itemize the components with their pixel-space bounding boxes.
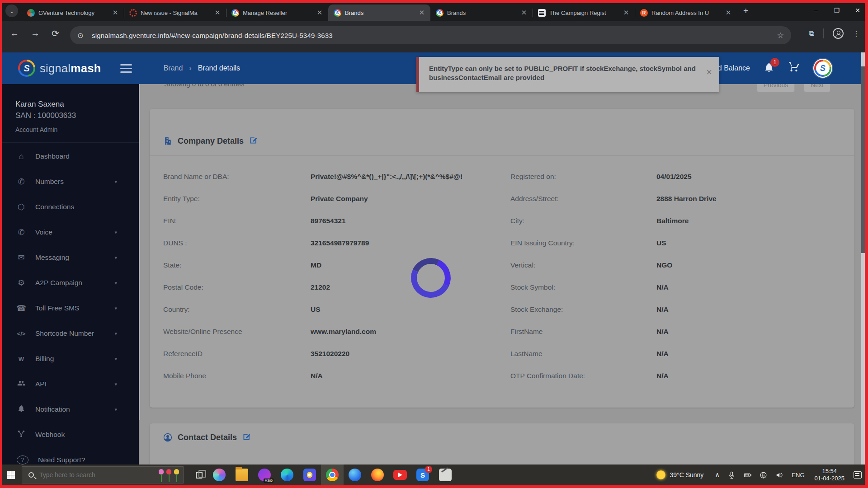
cart-icon[interactable]	[788, 61, 800, 75]
field-label: Country:	[163, 305, 311, 314]
breadcrumb-current: Brand details	[198, 64, 240, 72]
search-highlights-tulips-icon[interactable]	[158, 467, 179, 483]
tab-title: Brands	[447, 9, 516, 16]
tab-title: The Campaign Regist	[549, 9, 618, 16]
sidebar-item-webhook[interactable]: Webhook	[2, 422, 139, 447]
taskbar: M365 1 39°C Sunny ∧ ENG 15:54 01-04-2025	[0, 465, 868, 485]
tab-close-icon[interactable]: ✕	[316, 9, 324, 17]
taskbar-whiteboard-icon[interactable]	[434, 465, 457, 485]
sidebar-toggle-icon[interactable]	[120, 62, 132, 75]
taskbar-edge-icon[interactable]	[276, 465, 298, 485]
bookmark-star-icon[interactable]: ☆	[777, 31, 784, 40]
sidebar-item-toll-free-sms[interactable]: ☎ Toll Free SMS ▾	[2, 296, 139, 321]
notification-center-icon[interactable]	[850, 471, 868, 479]
taskbar-copilot-icon[interactable]	[208, 465, 231, 485]
sidebar-item-dashboard[interactable]: ⌂ Dashboard	[2, 144, 139, 169]
back-button[interactable]: ←	[10, 28, 19, 38]
sidebar-item-messaging[interactable]: ✉ Messaging ▾	[2, 245, 139, 270]
browser-menu-icon[interactable]: ⋮	[853, 29, 860, 38]
taskbar-loop-icon[interactable]	[344, 465, 366, 485]
page-scrollbar[interactable]	[861, 52, 865, 465]
maximize-button[interactable]: ❐	[826, 0, 847, 21]
browser-tab[interactable]: GVenture Technology ✕	[22, 5, 124, 21]
address-bar[interactable]: signalmash.gventure.info/#/new-campaign/…	[70, 26, 791, 44]
browser-tab[interactable]: The Campaign Regist ✕	[533, 5, 635, 21]
edit-contact-icon[interactable]	[242, 432, 251, 443]
weather-widget[interactable]: 39°C Sunny	[649, 470, 711, 479]
field-value: US	[656, 239, 837, 247]
next-button[interactable]: Next	[804, 84, 830, 92]
field-label: Registered on:	[510, 173, 656, 181]
tab-close-icon[interactable]: ✕	[213, 9, 222, 17]
sidebar-item-connections[interactable]: ⬡ Connections	[2, 194, 139, 220]
pagination: Previous Next	[757, 84, 830, 92]
main-content: Showing 0 to 0 of 0 entries Previous Nex…	[139, 84, 861, 465]
close-button[interactable]: ✕	[847, 0, 868, 21]
field-label: EIN Issuing Country:	[510, 239, 656, 247]
extensions-icon[interactable]: ⧉	[809, 29, 814, 38]
tab-close-icon[interactable]: ✕	[724, 9, 732, 17]
company-details-card: Company Details Brand Name or DBA: Priva…	[150, 109, 854, 408]
edit-company-icon[interactable]	[249, 136, 258, 147]
network-icon[interactable]	[755, 471, 771, 479]
reload-button[interactable]: ⟳	[52, 28, 59, 39]
taskbar-chrome-icon[interactable]	[321, 465, 344, 485]
taskbar-photos-icon[interactable]	[298, 465, 321, 485]
sidebar-item-api[interactable]: API ▾	[2, 371, 139, 397]
scrollbar-thumb[interactable]	[861, 66, 865, 253]
sidebar-item-voice[interactable]: ✆ Voice ▾	[2, 220, 139, 245]
billing-icon: W	[15, 356, 27, 362]
chevron-down-icon: ▾	[114, 356, 117, 362]
account-avatar[interactable]	[813, 59, 832, 78]
field-value: 04/01/2025	[656, 173, 837, 181]
sidebar-item-need-support[interactable]: ? Need Support?	[2, 447, 139, 465]
battery-icon[interactable]	[740, 471, 755, 479]
tab-close-icon[interactable]: ✕	[418, 9, 426, 17]
sidebar-item-notification[interactable]: Notification ▾	[2, 397, 139, 422]
toast-close-icon[interactable]: ×	[706, 68, 712, 77]
field-label: OTP Confirmation Date:	[510, 372, 656, 380]
browser-tab[interactable]: New issue - SignalMa ✕	[124, 5, 226, 21]
start-button[interactable]	[0, 465, 22, 485]
taskbar-firefox-icon[interactable]	[366, 465, 389, 485]
signalmash-favicon	[334, 9, 341, 17]
minimize-button[interactable]: –	[806, 0, 826, 21]
sidebar-item-numbers[interactable]: ✆ Numbers ▾	[2, 169, 139, 194]
signalmash-logo[interactable]: signalmash	[18, 60, 101, 77]
taskbar-search[interactable]	[22, 466, 184, 483]
browser-tab[interactable]: Manage Reseller ✕	[226, 5, 328, 21]
language-indicator[interactable]: ENG	[787, 472, 809, 479]
field-value: 321654987979789	[311, 239, 510, 247]
sidebar-item-billing[interactable]: W Billing ▾	[2, 346, 139, 371]
tab-close-icon[interactable]: ✕	[622, 9, 630, 17]
task-view-button[interactable]	[190, 465, 208, 485]
browser-profile-icon[interactable]	[833, 28, 844, 39]
taskbar-youtube-icon[interactable]	[389, 465, 411, 485]
site-settings-icon[interactable]	[77, 31, 85, 39]
field-label: State:	[163, 261, 311, 269]
field-label: Postal Code:	[163, 283, 311, 291]
clock[interactable]: 15:54 01-04-2025	[809, 468, 850, 482]
taskbar-file-explorer-icon[interactable]	[231, 465, 253, 485]
tab-close-icon[interactable]: ✕	[520, 9, 528, 17]
breadcrumb-parent[interactable]: Brand	[164, 64, 183, 72]
browser-tab[interactable]: Random Address In U ✕	[635, 5, 737, 21]
forward-button[interactable]: →	[31, 28, 40, 38]
microphone-icon[interactable]	[724, 471, 740, 479]
tray-expand-icon[interactable]: ∧	[711, 471, 724, 479]
volume-icon[interactable]	[771, 471, 787, 479]
sidebar-item-shortcode-number[interactable]: </> Shortcode Number ▾	[2, 321, 139, 346]
browser-tab[interactable]: Brands ✕	[430, 5, 533, 21]
tab-close-icon[interactable]: ✕	[111, 9, 119, 17]
taskbar-m365-icon[interactable]: M365	[253, 465, 276, 485]
sidebar: Karan Saxena SAN : 100003633 Account Adm…	[2, 84, 139, 465]
sidebar-item-a2p-campaign[interactable]: ⚙ A2P Campaign ▾	[2, 270, 139, 296]
company-fields-right: Registered on: 04/01/2025 Address/Street…	[510, 165, 837, 387]
browser-tab[interactable]: Brands ✕	[328, 5, 430, 21]
tab-search-button[interactable]: ⌄	[5, 5, 18, 17]
notifications-bell-icon[interactable]: 1	[764, 62, 774, 75]
new-tab-button[interactable]: +	[743, 6, 749, 16]
search-input[interactable]	[39, 471, 153, 479]
taskbar-signal-icon[interactable]: 1	[411, 465, 434, 485]
previous-button[interactable]: Previous	[757, 84, 795, 92]
